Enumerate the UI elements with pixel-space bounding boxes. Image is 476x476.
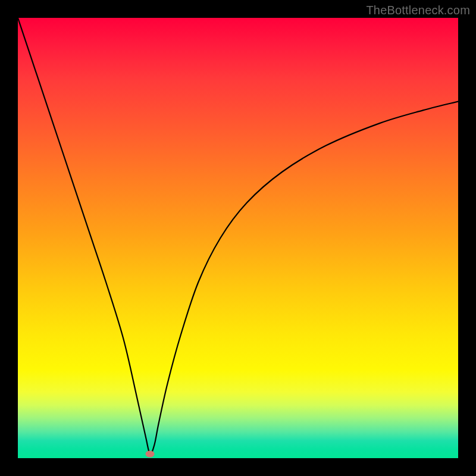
- chart-container: TheBottleneck.com: [0, 0, 476, 476]
- bottleneck-curve: [18, 18, 458, 458]
- plot-area: [18, 18, 458, 458]
- optimal-point-marker: [146, 450, 155, 457]
- watermark-text: TheBottleneck.com: [366, 4, 470, 17]
